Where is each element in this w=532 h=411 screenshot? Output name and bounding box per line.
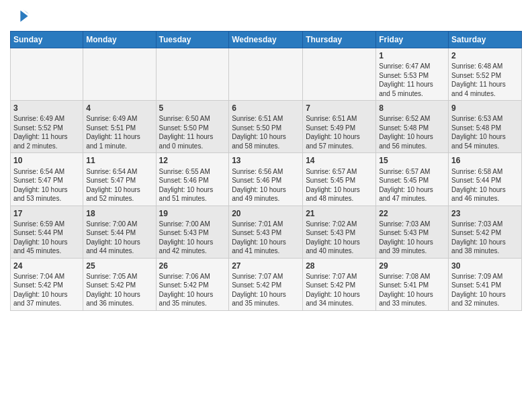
day-info-line: Daylight: 10 hours: [159, 185, 226, 195]
day-info-line: Sunset: 5:42 PM: [306, 281, 373, 290]
day-info-line: Daylight: 10 hours: [86, 290, 152, 300]
day-info-line: Sunrise: 6:49 AM: [13, 114, 80, 124]
day-info-line: Daylight: 10 hours: [451, 185, 519, 195]
day-info-line: Sunset: 5:50 PM: [159, 124, 226, 133]
day-info-line: Sunrise: 6:54 AM: [86, 167, 152, 177]
day-info-line: and 0 minutes.: [159, 142, 226, 151]
day-info-line: Daylight: 10 hours: [379, 185, 445, 195]
day-number: 11: [86, 155, 152, 166]
day-info-line: Sunrise: 6:59 AM: [13, 220, 80, 229]
day-info-line: and 4 minutes.: [451, 89, 519, 99]
day-info-line: and 54 minutes.: [451, 142, 519, 151]
calendar-cell-3-2: 11Sunrise: 6:54 AMSunset: 5:47 PMDayligh…: [83, 153, 156, 205]
day-info-line: Sunset: 5:41 PM: [451, 281, 519, 290]
calendar-cell-2-5: 7Sunrise: 6:51 AMSunset: 5:49 PMDaylight…: [303, 101, 376, 153]
day-info-line: and 38 minutes.: [451, 246, 519, 256]
day-info-line: and 37 minutes.: [13, 299, 80, 308]
day-info-line: Sunrise: 6:52 AM: [379, 114, 445, 124]
day-info-line: Sunset: 5:44 PM: [13, 228, 80, 238]
day-info-line: Sunrise: 7:00 AM: [159, 220, 226, 229]
calendar-cell-2-4: 6Sunrise: 6:51 AMSunset: 5:50 PMDaylight…: [229, 101, 303, 153]
day-info-line: and 47 minutes.: [379, 194, 445, 203]
day-info-line: Daylight: 10 hours: [379, 132, 445, 142]
day-info-line: Daylight: 10 hours: [451, 132, 519, 142]
calendar-cell-4-6: 22Sunrise: 7:03 AMSunset: 5:43 PMDayligh…: [376, 205, 449, 258]
day-number: 1: [379, 50, 445, 61]
weekday-header-thursday: Thursday: [303, 32, 376, 48]
day-info-line: Sunset: 5:47 PM: [86, 176, 152, 185]
calendar-cell-5-7: 30Sunrise: 7:09 AMSunset: 5:41 PMDayligh…: [449, 258, 522, 310]
week-row-4: 17Sunrise: 6:59 AMSunset: 5:44 PMDayligh…: [11, 205, 522, 258]
day-info-line: Sunset: 5:45 PM: [379, 176, 445, 185]
day-info-line: Daylight: 10 hours: [86, 185, 152, 195]
day-info-line: Daylight: 10 hours: [379, 290, 445, 300]
calendar-cell-1-3: [156, 48, 229, 101]
day-info-line: Sunrise: 7:03 AM: [379, 220, 445, 229]
calendar-cell-3-5: 14Sunrise: 6:57 AMSunset: 5:45 PMDayligh…: [303, 153, 376, 205]
day-number: 28: [306, 261, 373, 271]
day-info-line: Daylight: 11 hours: [451, 80, 519, 89]
calendar-cell-5-1: 24Sunrise: 7:04 AMSunset: 5:42 PMDayligh…: [11, 258, 83, 310]
day-info-line: Daylight: 10 hours: [159, 238, 226, 247]
calendar-cell-1-2: [83, 48, 156, 101]
day-info-line: Daylight: 11 hours: [86, 132, 152, 142]
day-info-line: Sunset: 5:42 PM: [86, 281, 152, 290]
calendar-cell-5-4: 27Sunrise: 7:07 AMSunset: 5:42 PMDayligh…: [229, 258, 303, 310]
day-info-line: Daylight: 10 hours: [86, 238, 152, 247]
day-info-line: Daylight: 11 hours: [159, 132, 226, 142]
calendar-cell-5-5: 28Sunrise: 7:07 AMSunset: 5:42 PMDayligh…: [303, 258, 376, 310]
day-info-line: Sunrise: 6:54 AM: [13, 167, 80, 177]
day-info-line: Sunset: 5:42 PM: [13, 281, 80, 290]
day-info-line: Sunset: 5:44 PM: [451, 176, 519, 185]
day-info-line: Sunset: 5:47 PM: [13, 176, 80, 185]
week-row-1: 1Sunrise: 6:47 AMSunset: 5:53 PMDaylight…: [11, 48, 522, 101]
day-info-line: Sunset: 5:46 PM: [232, 176, 300, 185]
week-row-5: 24Sunrise: 7:04 AMSunset: 5:42 PMDayligh…: [11, 258, 522, 310]
week-row-3: 10Sunrise: 6:54 AMSunset: 5:47 PMDayligh…: [11, 153, 522, 205]
day-info-line: Sunset: 5:43 PM: [379, 228, 445, 238]
calendar-cell-4-4: 20Sunrise: 7:01 AMSunset: 5:43 PMDayligh…: [229, 205, 303, 258]
calendar-cell-5-3: 26Sunrise: 7:06 AMSunset: 5:42 PMDayligh…: [156, 258, 229, 310]
day-info-line: and 34 minutes.: [306, 299, 373, 308]
day-info-line: Daylight: 10 hours: [13, 185, 80, 195]
calendar-cell-3-4: 13Sunrise: 6:56 AMSunset: 5:46 PMDayligh…: [229, 153, 303, 205]
calendar-cell-1-6: 1Sunrise: 6:47 AMSunset: 5:53 PMDaylight…: [376, 48, 449, 101]
day-number: 2: [451, 50, 519, 61]
day-number: 26: [159, 261, 226, 271]
day-info-line: Sunset: 5:52 PM: [451, 71, 519, 81]
weekday-header-tuesday: Tuesday: [156, 32, 229, 48]
day-info-line: Daylight: 10 hours: [232, 238, 300, 247]
calendar-cell-2-2: 4Sunrise: 6:49 AMSunset: 5:51 PMDaylight…: [83, 101, 156, 153]
day-info-line: Daylight: 10 hours: [306, 185, 373, 195]
calendar-cell-2-1: 3Sunrise: 6:49 AMSunset: 5:52 PMDaylight…: [11, 101, 83, 153]
day-number: 5: [159, 103, 226, 113]
day-info-line: Sunset: 5:43 PM: [159, 228, 226, 238]
weekday-header-sunday: Sunday: [11, 32, 83, 48]
calendar-cell-1-5: [303, 48, 376, 101]
day-number: 6: [232, 103, 300, 113]
day-info-line: Sunset: 5:48 PM: [451, 124, 519, 133]
day-info-line: and 44 minutes.: [86, 246, 152, 256]
logo: [10, 7, 32, 26]
day-info-line: Daylight: 10 hours: [451, 290, 519, 300]
day-number: 21: [306, 208, 373, 219]
day-number: 16: [451, 155, 519, 166]
day-info-line: and 35 minutes.: [232, 299, 300, 308]
day-info-line: Sunrise: 6:51 AM: [306, 114, 373, 124]
day-number: 8: [379, 103, 445, 113]
day-number: 18: [86, 208, 152, 219]
day-info-line: and 53 minutes.: [13, 194, 80, 203]
day-info-line: and 46 minutes.: [451, 194, 519, 203]
main-container: SundayMondayTuesdayWednesdayThursdayFrid…: [0, 0, 532, 318]
weekday-header-monday: Monday: [83, 32, 156, 48]
day-info-line: Sunrise: 7:09 AM: [451, 272, 519, 281]
calendar-cell-2-3: 5Sunrise: 6:50 AMSunset: 5:50 PMDaylight…: [156, 101, 229, 153]
day-info-line: Daylight: 10 hours: [232, 185, 300, 195]
day-info-line: Daylight: 11 hours: [13, 132, 80, 142]
day-info-line: Sunset: 5:44 PM: [86, 228, 152, 238]
day-info-line: Daylight: 10 hours: [13, 238, 80, 247]
day-number: 19: [159, 208, 226, 219]
calendar-cell-5-2: 25Sunrise: 7:05 AMSunset: 5:42 PMDayligh…: [83, 258, 156, 310]
day-number: 4: [86, 103, 152, 113]
calendar-cell-3-6: 15Sunrise: 6:57 AMSunset: 5:45 PMDayligh…: [376, 153, 449, 205]
